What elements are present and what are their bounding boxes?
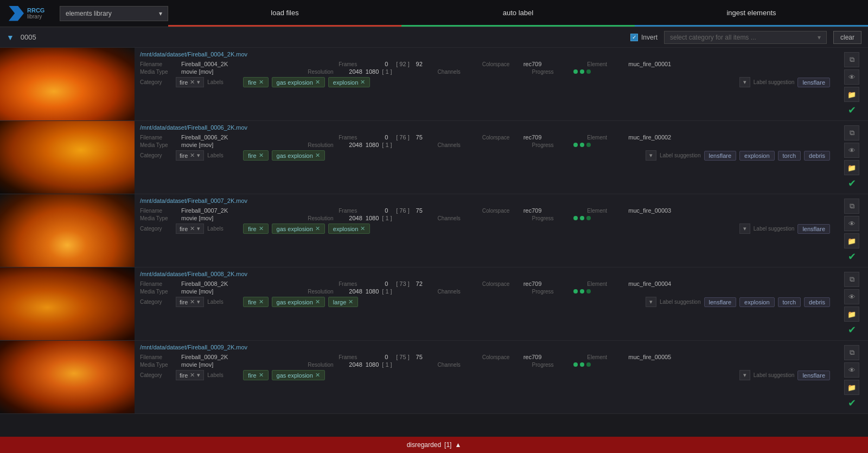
confirm-button[interactable]: ✔ (848, 104, 856, 116)
eye-button[interactable]: 👁 (844, 362, 859, 378)
resolution-w: 2048 (349, 215, 362, 221)
category-remove-icon[interactable]: ✕ (190, 79, 195, 86)
label-remove-icon[interactable]: ✕ (259, 298, 264, 305)
category-remove-icon[interactable]: ✕ (190, 372, 195, 379)
confirm-button[interactable]: ✔ (848, 324, 856, 336)
label-dropdown-arrow[interactable]: ▾ (739, 77, 750, 87)
label-tag[interactable]: gas explosion✕ (272, 370, 325, 380)
folder-button[interactable]: 📁 (844, 233, 859, 248)
category-tag[interactable]: fire✕▾ (176, 77, 204, 87)
confirm-button[interactable]: ✔ (848, 397, 856, 409)
item-path[interactable]: /mnt/data/dataset/Fireball_0009_2K.mov (140, 344, 830, 350)
label-tag[interactable]: fire✕ (243, 370, 268, 380)
filename-value: Fireball_0007_2K (181, 207, 228, 214)
item-path[interactable]: /mnt/data/dataset/Fireball_0006_2K.mov (140, 124, 830, 131)
suggestion-tag[interactable]: explosion (739, 297, 774, 307)
label-tag[interactable]: large✕ (328, 297, 358, 307)
mediatype-value: movie [mov] (181, 68, 213, 75)
category-expand-icon[interactable]: ▾ (197, 152, 200, 159)
confirm-button[interactable]: ✔ (848, 251, 856, 263)
folder-button[interactable]: 📁 (844, 87, 859, 102)
suggestion-tag[interactable]: lensflare (797, 224, 830, 234)
confirm-button[interactable]: ✔ (848, 177, 856, 189)
suggestion-tag[interactable]: explosion (739, 151, 774, 161)
label-tag[interactable]: gas explosion✕ (272, 297, 325, 307)
label-remove-icon[interactable]: ✕ (315, 372, 320, 379)
label-tag-value: fire (248, 226, 256, 232)
label-tag-value: gas explosion (277, 372, 313, 379)
label-remove-icon[interactable]: ✕ (315, 298, 320, 305)
copy-button[interactable]: ⧉ (844, 52, 859, 67)
eye-button[interactable]: 👁 (844, 289, 859, 304)
label-remove-icon[interactable]: ✕ (315, 225, 320, 232)
tab-load-files[interactable]: load files (168, 0, 401, 27)
tab-auto-label[interactable]: auto label (401, 0, 635, 27)
label-tag[interactable]: fire✕ (243, 77, 268, 87)
copy-button[interactable]: ⧉ (844, 272, 859, 287)
label-remove-icon[interactable]: ✕ (259, 79, 264, 86)
label-remove-icon[interactable]: ✕ (360, 79, 365, 86)
category-tag[interactable]: fire✕▾ (176, 297, 204, 307)
copy-button[interactable]: ⧉ (844, 199, 859, 214)
logo-text: RRCG library (27, 7, 44, 20)
label-dropdown-arrow[interactable]: ▾ (739, 370, 750, 380)
label-tag[interactable]: gas explosion✕ (272, 224, 325, 234)
category-remove-icon[interactable]: ✕ (190, 225, 195, 232)
category-expand-icon[interactable]: ▾ (197, 298, 200, 305)
category-remove-icon[interactable]: ✕ (190, 298, 195, 305)
label-dropdown-arrow[interactable]: ▾ (646, 150, 656, 161)
item-path[interactable]: /mnt/data/dataset/Fireball_0004_2K.mov (140, 51, 830, 58)
tabs-area: load files auto label ingest elements (168, 0, 868, 27)
disregarded-bar[interactable]: disregarded [1] ▲ (0, 437, 868, 453)
category-select[interactable]: select category for all items ... ▾ (664, 31, 827, 44)
meta-row-2: Media Typemovie [mov] Resolution20481080… (140, 142, 830, 148)
label-remove-icon[interactable]: ✕ (315, 79, 320, 86)
label-tag[interactable]: fire✕ (243, 297, 268, 307)
suggestion-tag[interactable]: lensflare (797, 371, 830, 380)
item-path[interactable]: /mnt/data/dataset/Fireball_0007_2K.mov (140, 197, 830, 204)
folder-button[interactable]: 📁 (844, 307, 859, 322)
suggestion-tag[interactable]: lensflare (704, 151, 737, 161)
category-tag[interactable]: fire✕▾ (176, 150, 204, 161)
suggestion-tag[interactable]: lensflare (797, 78, 830, 87)
label-tag[interactable]: gas explosion✕ (272, 150, 325, 161)
library-dropdown[interactable]: elements library ▾ (60, 6, 168, 21)
label-remove-icon[interactable]: ✕ (259, 152, 264, 159)
suggestion-tag[interactable]: torch (778, 297, 801, 307)
invert-checkbox[interactable]: ✓ (630, 34, 638, 41)
copy-button[interactable]: ⧉ (844, 345, 859, 360)
resolution-h: 1080 (366, 361, 379, 368)
eye-button[interactable]: 👁 (844, 143, 859, 158)
eye-button[interactable]: 👁 (844, 69, 859, 85)
eye-button[interactable]: 👁 (844, 216, 859, 231)
label-tag[interactable]: fire✕ (243, 224, 268, 234)
category-tag[interactable]: fire✕▾ (176, 370, 204, 380)
label-tag[interactable]: explosion✕ (328, 224, 370, 234)
category-expand-icon[interactable]: ▾ (197, 372, 200, 379)
tab-ingest-elements[interactable]: ingest elements (635, 0, 868, 27)
category-expand-icon[interactable]: ▾ (197, 225, 200, 232)
label-dropdown-arrow[interactable]: ▾ (646, 297, 656, 307)
label-dropdown-arrow[interactable]: ▾ (739, 224, 750, 234)
label-remove-icon[interactable]: ✕ (360, 225, 365, 232)
suggestion-tag[interactable]: debris (804, 297, 830, 307)
resolution-h: 1080 (366, 215, 379, 221)
label-tag[interactable]: fire✕ (243, 150, 268, 161)
folder-button[interactable]: 📁 (844, 160, 859, 175)
category-remove-icon[interactable]: ✕ (190, 152, 195, 159)
copy-button[interactable]: ⧉ (844, 125, 859, 141)
label-remove-icon[interactable]: ✕ (259, 225, 264, 232)
suggestion-tag[interactable]: lensflare (704, 297, 737, 307)
label-remove-icon[interactable]: ✕ (315, 152, 320, 159)
item-path[interactable]: /mnt/data/dataset/Fireball_0008_2K.mov (140, 271, 830, 277)
label-tag[interactable]: gas explosion✕ (272, 77, 325, 87)
label-tag[interactable]: explosion✕ (328, 77, 370, 87)
suggestion-tag[interactable]: debris (804, 151, 830, 161)
clear-button[interactable]: clear (833, 31, 861, 44)
category-expand-icon[interactable]: ▾ (197, 79, 200, 86)
category-tag[interactable]: fire✕▾ (176, 224, 204, 234)
label-remove-icon[interactable]: ✕ (348, 298, 353, 305)
suggestion-tag[interactable]: torch (778, 151, 801, 161)
label-remove-icon[interactable]: ✕ (259, 372, 264, 379)
folder-button[interactable]: 📁 (844, 380, 859, 395)
